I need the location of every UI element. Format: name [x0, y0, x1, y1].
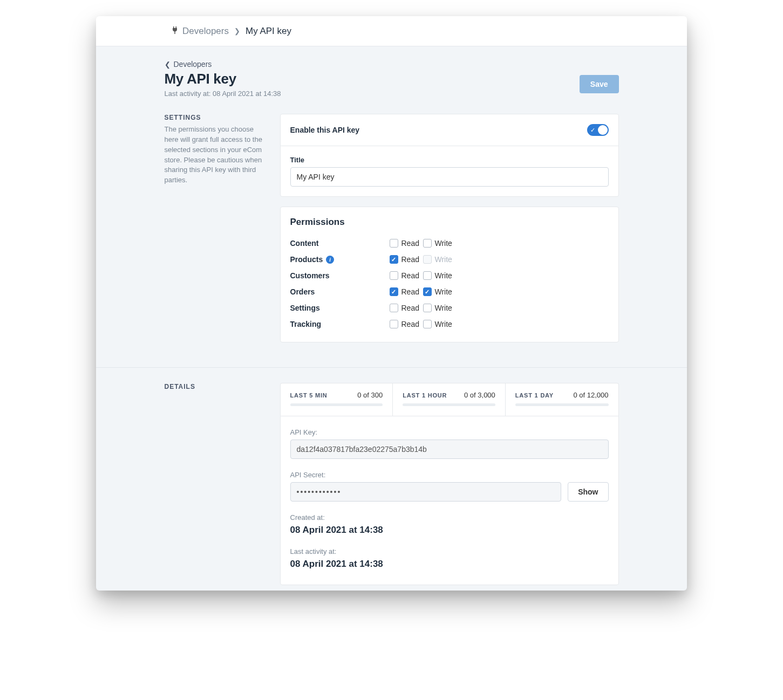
title-input[interactable]: [290, 167, 609, 187]
usage-title: LAST 1 HOUR: [403, 392, 447, 399]
app-window: Developers ❯ My API key ❮ Developers My …: [96, 16, 687, 591]
details-heading: DETAILS: [165, 383, 267, 390]
read-label: Read: [401, 304, 419, 312]
page-subtitle: Last activity at: 08 April 2021 at 14:38: [165, 90, 281, 98]
usage-cell: LAST 1 HOUR0 of 3,000: [393, 383, 506, 416]
back-link-label: Developers: [174, 60, 212, 68]
permission-name: Tracking: [290, 320, 390, 328]
permission-name: Customers: [290, 271, 390, 280]
breadcrumb-parent[interactable]: Developers: [182, 26, 229, 37]
usage-bar: [290, 403, 383, 406]
usage-value: 0 of 12,000: [573, 391, 608, 399]
write-label: Write: [435, 271, 452, 280]
created-value: 08 April 2021 at 14:38: [290, 525, 609, 536]
read-label: Read: [401, 255, 419, 264]
activity-value: 08 April 2021 at 14:38: [290, 559, 609, 569]
read-label: Read: [401, 287, 419, 296]
permission-read[interactable]: Read: [390, 320, 423, 328]
activity-label: Last activity at:: [290, 547, 609, 555]
usage-title: LAST 1 DAY: [515, 392, 554, 399]
permission-write[interactable]: Write: [423, 271, 457, 280]
save-button[interactable]: Save: [580, 75, 619, 93]
usage-cell: LAST 5 MIN0 of 300: [281, 383, 393, 416]
read-label: Read: [401, 239, 419, 248]
permission-write[interactable]: Write: [423, 304, 457, 312]
checkbox[interactable]: [390, 320, 398, 328]
permission-read[interactable]: Read: [390, 287, 423, 296]
api-key-label: API Key:: [290, 428, 609, 436]
write-label: Write: [435, 304, 452, 312]
settings-heading: SETTINGS: [165, 114, 267, 121]
checkbox[interactable]: [390, 287, 398, 296]
permission-write: Write: [423, 255, 457, 264]
api-secret-label: API Secret:: [290, 471, 609, 479]
api-secret-value[interactable]: [290, 482, 562, 502]
permission-read[interactable]: Read: [390, 304, 423, 312]
usage-cell: LAST 1 DAY0 of 12,000: [506, 383, 618, 416]
chevron-right-icon: ❯: [234, 27, 240, 35]
usage-value: 0 of 300: [357, 391, 383, 399]
settings-description: The permissions you choose here will gra…: [165, 125, 267, 186]
checkbox: [423, 255, 432, 264]
breadcrumb-current: My API key: [246, 26, 291, 37]
check-icon: ✓: [590, 127, 595, 133]
read-label: Read: [401, 271, 419, 280]
permission-row: CustomersReadWrite: [290, 267, 609, 284]
enable-label: Enable this API key: [290, 126, 360, 134]
permission-row: ProductsiReadWrite: [290, 251, 609, 267]
title-label: Title: [290, 156, 609, 164]
write-label: Write: [435, 320, 452, 328]
permission-write[interactable]: Write: [423, 239, 457, 248]
permission-name: Productsi: [290, 255, 390, 264]
permission-read[interactable]: Read: [390, 255, 423, 264]
checkbox[interactable]: [423, 239, 432, 248]
created-label: Created at:: [290, 513, 609, 521]
write-label: Write: [435, 287, 452, 296]
checkbox[interactable]: [390, 304, 398, 312]
checkbox[interactable]: [423, 320, 432, 328]
permission-name: Orders: [290, 287, 390, 296]
back-link[interactable]: ❮ Developers: [165, 60, 281, 68]
checkbox[interactable]: [423, 304, 432, 312]
usage-card: LAST 5 MIN0 of 300LAST 1 HOUR0 of 3,000L…: [280, 383, 619, 416]
permissions-heading: Permissions: [290, 217, 609, 228]
enable-card: Enable this API key ✓ Title: [280, 114, 619, 197]
usage-bar: [515, 403, 609, 406]
permission-row: OrdersReadWrite: [290, 284, 609, 300]
permission-write[interactable]: Write: [423, 320, 457, 328]
write-label: Write: [435, 239, 452, 248]
permission-read[interactable]: Read: [390, 239, 423, 248]
checkbox[interactable]: [423, 271, 432, 280]
checkbox[interactable]: [390, 239, 398, 248]
breadcrumb-bar: Developers ❯ My API key: [96, 16, 687, 46]
permission-read[interactable]: Read: [390, 271, 423, 280]
permission-write[interactable]: Write: [423, 287, 457, 296]
chevron-left-icon: ❮: [165, 60, 171, 68]
enable-toggle[interactable]: ✓: [587, 124, 609, 136]
section-divider: [96, 367, 687, 368]
details-card: API Key: API Secret: Show: [280, 416, 619, 585]
write-label: Write: [435, 255, 452, 264]
api-key-value[interactable]: [290, 440, 609, 459]
read-label: Read: [401, 320, 419, 328]
permission-row: ContentReadWrite: [290, 235, 609, 251]
permission-row: TrackingReadWrite: [290, 316, 609, 332]
permission-name: Settings: [290, 304, 390, 312]
show-secret-button[interactable]: Show: [568, 482, 608, 502]
permission-name: Content: [290, 239, 390, 248]
page-title: My API key: [165, 71, 281, 87]
page-header: ❮ Developers My API key Last activity at…: [165, 60, 619, 98]
usage-bar: [403, 403, 495, 406]
usage-title: LAST 5 MIN: [290, 392, 328, 399]
checkbox[interactable]: [390, 271, 398, 280]
permission-row: SettingsReadWrite: [290, 300, 609, 316]
info-icon[interactable]: i: [326, 256, 334, 264]
usage-value: 0 of 3,000: [464, 391, 495, 399]
checkbox[interactable]: [390, 255, 398, 264]
permissions-card: Permissions ContentReadWriteProductsiRea…: [280, 207, 619, 342]
checkbox[interactable]: [423, 287, 432, 296]
plug-icon: [172, 26, 178, 36]
